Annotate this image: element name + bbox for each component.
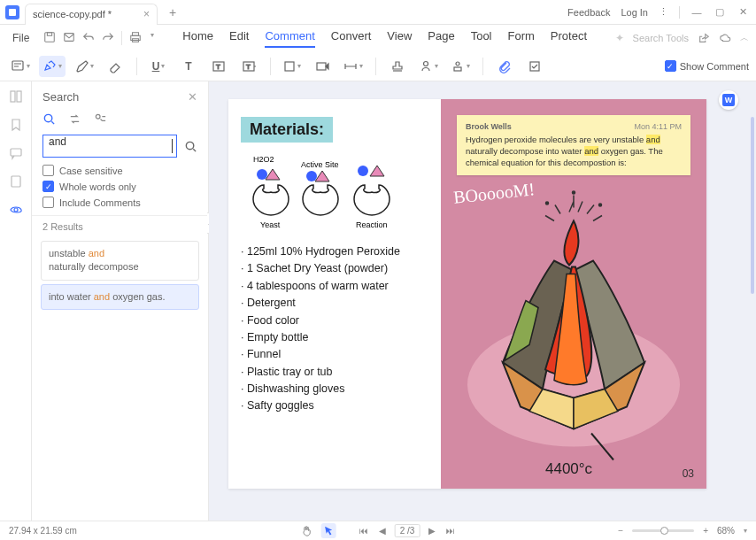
comment-toolbar: ▾ ▾ ▾ U▾ T T T ▾ ▾ ▾ ▾ ✓ Show Comment — [0, 51, 756, 81]
file-menu[interactable]: File — [7, 32, 35, 44]
search-input[interactable]: and — [42, 135, 177, 158]
document-viewer[interactable]: W Materials: H2O2 Yeast Active Site — [209, 81, 756, 521]
list-item: · Safty goggles — [241, 397, 428, 414]
include-comments-checkbox[interactable] — [42, 197, 54, 208]
checkbox-tool[interactable] — [522, 56, 547, 77]
menu-convert[interactable]: Convert — [331, 29, 372, 48]
show-comment-checkbox[interactable]: ✓ — [665, 60, 676, 72]
bookmark-icon[interactable] — [8, 117, 24, 133]
magic-icon[interactable]: ✦ — [615, 32, 624, 44]
last-page-icon[interactable]: ⏭ — [444, 526, 457, 536]
svg-rect-6 — [12, 61, 23, 70]
login-link[interactable]: Log In — [621, 7, 648, 18]
svg-point-24 — [186, 142, 193, 149]
save-icon[interactable] — [43, 31, 56, 43]
comments-icon[interactable] — [8, 145, 24, 161]
callout-tool[interactable]: T — [236, 56, 261, 77]
textbox-tool[interactable]: T — [206, 56, 231, 77]
close-icon[interactable]: ✕ — [737, 6, 749, 19]
svg-rect-19 — [11, 149, 21, 156]
print-icon[interactable] — [129, 31, 142, 43]
replace-mode-icon[interactable] — [68, 112, 81, 126]
svg-rect-11 — [285, 62, 294, 71]
case-sensitive-label: Case sensitive — [59, 166, 123, 176]
advanced-mode-icon[interactable] — [94, 112, 107, 126]
arrow-tool[interactable] — [310, 56, 335, 77]
search-result[interactable]: unstable andnaturally decompose — [41, 241, 199, 281]
kebab-icon[interactable]: ⋮ — [659, 6, 668, 18]
prev-page-icon[interactable]: ◀ — [377, 526, 388, 536]
menu-edit[interactable]: Edit — [229, 29, 249, 48]
search-panel-title: Search — [42, 90, 79, 104]
stamp-tool[interactable] — [385, 56, 410, 77]
current-page[interactable]: 2 — [400, 526, 405, 536]
maximize-icon[interactable]: ▢ — [714, 6, 726, 19]
signature-tool[interactable]: ▾ — [415, 56, 442, 77]
vertical-scrollbar[interactable] — [751, 117, 754, 294]
menu-home[interactable]: Home — [182, 29, 213, 48]
search-tools-input[interactable]: Search Tools — [633, 33, 689, 43]
menu-form[interactable]: Form — [508, 29, 535, 48]
menu-view[interactable]: View — [387, 29, 412, 48]
add-tab-button[interactable]: + — [165, 4, 181, 20]
page: Materials: H2O2 Yeast Active Site Reacti… — [228, 99, 706, 489]
hand-tool-icon[interactable] — [299, 525, 314, 536]
stamp2-tool[interactable]: ▾ — [447, 56, 474, 77]
zoom-caret-icon[interactable]: ▾ — [744, 527, 747, 535]
word-export-badge[interactable]: W — [719, 90, 738, 110]
list-item: · 1 Sachet Dry Yeast (powder) — [241, 260, 428, 277]
zoom-out-icon[interactable]: − — [616, 526, 625, 536]
eraser-tool[interactable] — [103, 56, 127, 77]
share-icon[interactable] — [698, 32, 710, 44]
thumbnails-icon[interactable] — [8, 89, 24, 104]
cloud-icon[interactable] — [719, 32, 731, 44]
svg-rect-12 — [317, 63, 326, 70]
note-author: Brook Wells — [466, 122, 512, 131]
svg-point-37 — [599, 204, 602, 206]
mail-icon[interactable] — [63, 31, 75, 43]
search-mode-icon[interactable] — [42, 112, 56, 126]
svg-rect-0 — [45, 33, 55, 42]
attachments-icon[interactable] — [8, 174, 24, 189]
next-page-icon[interactable]: ▶ — [427, 526, 437, 536]
whole-words-checkbox[interactable]: ✓ — [42, 181, 54, 192]
search-result[interactable]: into water and oxygen gas. — [41, 284, 199, 310]
print-caret-icon[interactable]: ▾ — [150, 31, 163, 43]
minimize-icon[interactable]: ― — [690, 6, 703, 19]
search-button[interactable] — [184, 140, 197, 153]
menu-page[interactable]: Page — [428, 29, 454, 48]
text-tool[interactable]: T — [176, 56, 201, 77]
shape-tool[interactable]: ▾ — [280, 56, 305, 77]
document-tab[interactable]: science-copy.pdf * × — [25, 4, 158, 25]
attachment-tool[interactable] — [492, 56, 517, 77]
case-sensitive-checkbox[interactable] — [42, 165, 54, 176]
menu-protect[interactable]: Protect — [551, 29, 587, 48]
measure-tool[interactable]: ▾ — [340, 56, 366, 77]
underline-tool[interactable]: U▾ — [146, 56, 171, 77]
feedback-link[interactable]: Feedback — [567, 7, 610, 18]
close-panel-icon[interactable]: ✕ — [188, 90, 197, 104]
search-nav-icon[interactable] — [8, 202, 24, 218]
comment-note[interactable]: Brook WellsMon 4:11 PM Hydrogen peroxide… — [457, 115, 690, 175]
chevron-up-icon[interactable]: ︿ — [740, 32, 749, 44]
zoom-slider[interactable] — [632, 529, 694, 532]
redo-icon[interactable] — [102, 31, 114, 43]
pencil-tool[interactable]: ▾ — [71, 56, 97, 77]
undo-icon[interactable] — [82, 31, 95, 43]
left-sidebar — [0, 81, 32, 521]
svg-point-36 — [546, 202, 549, 204]
select-tool-icon[interactable] — [321, 523, 336, 538]
svg-rect-3 — [133, 33, 139, 36]
menu-comment[interactable]: Comment — [265, 29, 314, 48]
list-item: · Funnel — [241, 346, 428, 363]
zoom-in-icon[interactable]: + — [701, 526, 710, 536]
svg-point-30 — [306, 171, 317, 181]
close-tab-icon[interactable]: × — [143, 8, 150, 20]
svg-marker-31 — [315, 171, 329, 181]
menu-tool[interactable]: Tool — [471, 29, 492, 48]
first-page-icon[interactable]: ⏮ — [358, 526, 370, 536]
highlight-tool[interactable]: ▾ — [39, 56, 66, 77]
show-comment-label: Show Comment — [680, 61, 749, 72]
note-tool[interactable]: ▾ — [7, 56, 34, 77]
list-item: · Food color — [241, 312, 428, 329]
